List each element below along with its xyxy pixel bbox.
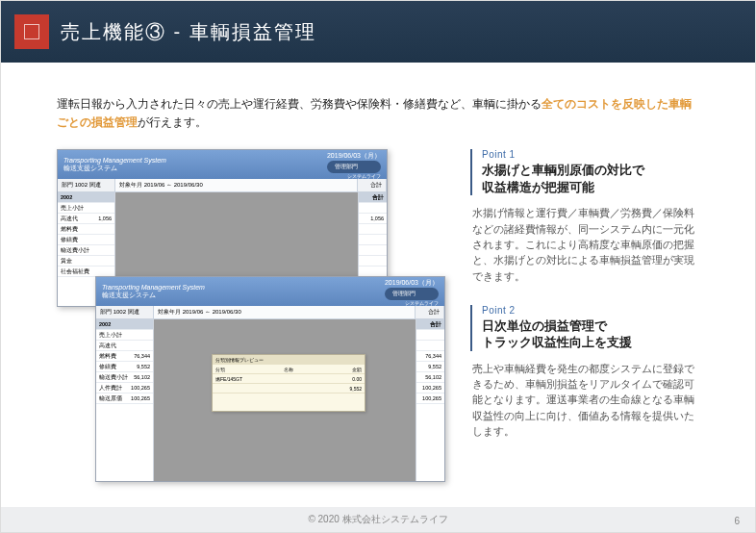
slide-header: 売上機能③ - 車輌損益管理	[1, 1, 755, 63]
dialog-title: 分類別情報プレビュー	[213, 355, 365, 365]
footer: © 2020 株式会社システムライフ	[1, 507, 755, 532]
table-row: 輸送費小計	[58, 245, 114, 256]
col-dept-label: 部門	[100, 308, 112, 317]
table-row: 修繕費	[58, 235, 114, 245]
table-row	[359, 235, 387, 245]
app-title-left: Transporting Management System	[102, 284, 205, 291]
table-row: 合計	[416, 319, 444, 330]
table-row	[416, 330, 444, 341]
intro-part2: が行えます。	[138, 115, 207, 129]
col-period-label: 対象年月	[158, 308, 181, 317]
points-column: Point 1 水揚げと車輌別原価の対比で 収益構造が把握可能 水揚げ情報と運行…	[470, 149, 703, 482]
col-sum: 合計	[358, 179, 387, 191]
table-row: 人件費計100,265	[96, 383, 153, 393]
col-dept-label: 部門	[62, 181, 73, 190]
point-1-header: Point 1 水揚げと車輌別原価の対比で 収益構造が把握可能	[470, 149, 703, 195]
table-row: 76,344	[416, 351, 444, 362]
table-row	[359, 245, 387, 256]
intro-part1: 運転日報から入力された日々の売上や運行経費、労務費や保険料・修繕費など、車輌に掛…	[57, 97, 542, 111]
inner-dialog: 分類別情報プレビュー 分類 名称 金額 燃FE/145GT 0.00 9,552	[212, 354, 365, 412]
app-title-left: Transporting Management System	[63, 157, 166, 164]
col-dept-val: 1002 関連	[75, 181, 101, 190]
point-2-header: Point 2 日次単位の損益管理で トラック収益性向上を支援	[470, 305, 703, 351]
app-titlebar-back: Transporting Management System 輸送支援システム …	[58, 150, 387, 179]
point-title: 水揚げと車輌別原価の対比で 収益構造が把握可能	[482, 162, 703, 195]
app-title-dept: 管理部門	[327, 161, 381, 173]
col-period: 対象年月 2019/06 ～ 2019/06/30	[154, 306, 416, 318]
mock-screenshot-area: Transporting Management System 輸送支援システム …	[57, 149, 445, 482]
app-title-dept: 管理部門	[385, 288, 439, 300]
page-number: 6	[734, 516, 740, 526]
table-row: 輸送費小計56,102	[96, 372, 153, 383]
page-title: 売上機能③ - 車輌損益管理	[61, 19, 316, 45]
point-2-body: 売上や車輌経費を発生の都度システムに登録できるため、車輌別損益をリアルタイムで確…	[470, 361, 703, 439]
table-row: 合計	[359, 192, 387, 203]
col-dept-val: 1002 関連	[113, 308, 139, 317]
dialog-row: 9,552	[213, 384, 365, 393]
table-row: 9,552	[416, 362, 444, 372]
app-titlebar-front: Transporting Management System 輸送支援システム …	[96, 277, 444, 306]
col-period-val: 2019/06 ～ 2019/06/30	[183, 308, 241, 317]
app-title-date: 2019/06/03（月）	[327, 151, 381, 161]
header-accent-inner	[24, 24, 39, 39]
table-row: 100,265	[416, 393, 444, 404]
app-title-date: 2019/06/03（月）	[385, 278, 439, 288]
table-header-front: 部門 1002 関連 対象年月 2019/06 ～ 2019/06/30 合計	[96, 306, 444, 319]
table-row: 修繕費9,552	[96, 362, 153, 372]
point-tag: Point 2	[482, 305, 703, 316]
app-title-sub: 輸送支援システム	[102, 291, 205, 300]
app-title-sub: 輸送支援システム	[63, 164, 166, 173]
table-row: 高速代1,056	[58, 214, 114, 224]
table-row: 100,265	[416, 383, 444, 393]
table-row: 高速代	[96, 341, 153, 351]
content-row: Transporting Management System 輸送支援システム …	[1, 149, 755, 482]
table-header-back: 部門 1002 関連 対象年月 2019/06 ～ 2019/06/30 合計	[58, 179, 387, 192]
intro-text: 運転日報から入力された日々の売上や運行経費、労務費や保険料・修繕費など、車輌に掛…	[1, 63, 755, 149]
table-row	[359, 256, 387, 266]
table-row	[359, 224, 387, 235]
col-period: 対象年月 2019/06 ～ 2019/06/30	[115, 179, 358, 191]
table-row: 2002	[58, 192, 114, 203]
app-window-front: Transporting Management System 輸送支援システム …	[95, 276, 445, 482]
app-title-company: システムライフ	[327, 173, 381, 179]
dialog-row: 燃FE/145GT 0.00	[213, 374, 365, 384]
table-row: 輸送原価100,265	[96, 393, 153, 404]
right-rows-front: 合計 76,344 9,552 56,102 100,265 100,265	[416, 319, 444, 481]
table-row: 56,102	[416, 372, 444, 383]
table-row: 賃金	[58, 256, 114, 266]
footer-copyright: © 2020 株式会社システムライフ	[308, 513, 447, 526]
app-title-company: システムライフ	[385, 300, 439, 306]
left-rows-front: 2002 売上小計 高速代 燃料費76,344 修繕費9,552 輸送費小計56…	[96, 319, 154, 481]
point-1-body: 水揚げ情報と運行費／車輌費／労務費／保険料などの諸経費情報が、同一システム内に一…	[470, 205, 703, 283]
table-row: 燃料費76,344	[96, 351, 153, 362]
point-title: 日次単位の損益管理で トラック収益性向上を支援	[482, 317, 703, 351]
table-row: 1,056	[359, 214, 387, 224]
col-period-label: 対象年月	[119, 181, 142, 190]
header-accent-box	[14, 14, 49, 49]
point-tag: Point 1	[482, 149, 703, 160]
table-row: 燃料費	[58, 224, 114, 235]
table-row: 売上小計	[96, 330, 153, 341]
col-period-val: 2019/06 ～ 2019/06/30	[144, 181, 203, 190]
dialog-row: 分類 名称 金額	[213, 365, 365, 374]
table-row: 売上小計	[58, 203, 114, 214]
col-sum: 合計	[416, 306, 444, 318]
table-row	[416, 341, 444, 351]
col-dept: 部門 1002 関連	[96, 306, 154, 318]
col-dept: 部門 1002 関連	[58, 179, 115, 191]
table-row: 2002	[96, 319, 153, 330]
table-row	[359, 203, 387, 214]
